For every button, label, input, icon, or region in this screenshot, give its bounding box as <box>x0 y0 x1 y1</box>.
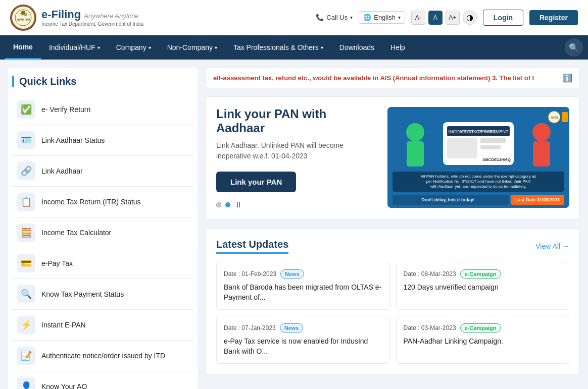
nav-noncompany-chevron-icon: ▾ <box>215 45 217 50</box>
ql-verify-return-label: e- Verify Return <box>41 105 90 114</box>
card-badge-4: e-Campaign <box>460 323 501 332</box>
card-date-2: Date : 08-Mar-2023 <box>404 270 456 277</box>
svg-rect-14 <box>447 138 477 158</box>
logo-emblem: भारत सत्यमेव जयते <box>10 5 36 31</box>
svg-point-8 <box>532 123 551 141</box>
card-badge-3: News <box>280 323 304 332</box>
search-icon: 🔍 <box>569 43 579 52</box>
marquee-bar: elf-assessment tax, refund etc., would b… <box>206 68 580 88</box>
ql-link-aadhaar-label: Link Aadhaar <box>41 167 83 175</box>
ql-epay-tax-label: e-Pay Tax <box>41 259 73 267</box>
call-us-label: Call Us <box>326 14 348 21</box>
card-meta-1: Date : 01-Feb-2023 News <box>224 269 382 279</box>
svg-rect-9 <box>533 141 550 166</box>
ql-know-your-ao-label: Know Your AO <box>41 382 87 389</box>
marquee-text: elf-assessment tax, refund etc., would b… <box>213 74 557 82</box>
header-actions: 📞 Call Us ▾ 🌐 English ▾ A- A A+ ◑ Login … <box>316 10 578 26</box>
register-button[interactable]: Register <box>529 10 578 25</box>
login-button[interactable]: Login <box>483 10 523 26</box>
card-date-4: Date : 03-Mar-2023 <box>404 324 456 331</box>
view-all-arrow-icon: → <box>562 242 569 250</box>
card-date-1: Date : 01-Feb-2023 <box>224 270 276 277</box>
logo-area: भारत सत्यमेव जयते e-Filing Anywhere Anyt… <box>10 5 143 31</box>
carousel-pause-icon[interactable]: ⏸ <box>234 200 242 209</box>
update-card-4[interactable]: Date : 03-Mar-2023 e-Campaign PAN-Aadhar… <box>396 316 570 364</box>
svg-text:All PAN holders, who do not co: All PAN holders, who do not come under t… <box>421 174 536 179</box>
ql-itr-status[interactable]: 📋 Income Tax Return (ITR) Status <box>12 187 193 217</box>
nav-company-label: Company <box>116 43 146 51</box>
ql-know-tax-payment-icon: 🔍 <box>17 285 35 303</box>
font-decrease-button[interactable]: A- <box>411 11 425 25</box>
ql-authenticate-notice[interactable]: 📝 Authenticate notice/order issued by IT… <box>12 341 193 371</box>
nav-item-home[interactable]: Home <box>5 35 41 60</box>
view-all-button[interactable]: View All → <box>535 242 569 250</box>
ql-verify-return[interactable]: ✅ e- Verify Return <box>12 94 193 125</box>
right-content: elf-assessment tax, refund etc., would b… <box>206 68 580 389</box>
card-meta-4: Date : 03-Mar-2023 e-Campaign <box>404 323 562 332</box>
nav-taxpro-label: Tax Professionals & Others <box>233 43 319 51</box>
updates-header: Latest Updates View All → <box>216 239 569 254</box>
card-meta-2: Date : 08-Mar-2023 e-Campaign <box>404 269 562 279</box>
ql-link-aadhaar-status[interactable]: 🪪 Link Aadhaar Status <box>12 125 193 156</box>
nav-downloads-label: Downloads <box>339 43 374 51</box>
quick-links-panel: Quick Links ✅ e- Verify Return 🪪 Link Aa… <box>8 68 198 389</box>
nav-individual-chevron-icon: ▾ <box>97 45 100 50</box>
banner-svg: INCOME TAX DEPARTMENT GOVT. OF INDIA ABC… <box>387 107 569 208</box>
svg-rect-28 <box>562 112 568 122</box>
marquee-info-icon[interactable]: ℹ️ <box>562 73 572 83</box>
ql-link-aadhaar-status-icon: 🪪 <box>17 131 35 149</box>
ql-instant-epan[interactable]: ⚡ Instant E-PAN <box>12 310 193 341</box>
svg-rect-15 <box>480 138 506 143</box>
ql-link-aadhaar[interactable]: 🔗 Link Aadhaar <box>12 156 193 187</box>
nav-search-button[interactable]: 🔍 <box>565 38 583 57</box>
svg-rect-16 <box>480 145 501 149</box>
carousel-dot-1[interactable] <box>216 202 221 207</box>
update-card-3[interactable]: Date : 07-Jan-2023 News e-Pay Tax servic… <box>216 316 390 364</box>
contrast-button[interactable]: ◑ <box>463 11 477 25</box>
card-meta-3: Date : 07-Jan-2023 News <box>224 323 382 332</box>
nav-item-individual-huf[interactable]: Individual/HUF ▾ <box>41 35 108 60</box>
updates-title: Latest Updates <box>216 239 288 254</box>
ql-epay-tax[interactable]: 💳 e-Pay Tax <box>12 248 193 279</box>
nav-help-label: Help <box>390 43 405 51</box>
ql-tax-calculator-label: Income Tax Calculator <box>41 229 111 237</box>
nav-home-label: Home <box>13 43 33 51</box>
org-name: Income Tax Department, Government of Ind… <box>41 21 143 27</box>
carousel-dot-2[interactable] <box>225 202 230 207</box>
update-card-2[interactable]: Date : 08-Mar-2023 e-Campaign 120 Days u… <box>396 262 570 310</box>
link-pan-button[interactable]: Link your PAN <box>216 172 296 192</box>
nav-item-company[interactable]: Company ▾ <box>108 35 159 60</box>
nav-taxpro-chevron-icon: ▾ <box>321 45 323 50</box>
ql-know-your-ao[interactable]: 👤 Know Your AO <box>12 371 193 389</box>
hero-banner: INCOME TAX DEPARTMENT GOVT. OF INDIA ABC… <box>387 107 569 208</box>
update-card-1[interactable]: Date : 01-Feb-2023 News Bank of Baroda h… <box>216 262 390 310</box>
ql-tax-calculator[interactable]: 🧮 Income Tax Calculator <box>12 217 193 248</box>
main-nav: Home Individual/HUF ▾ Company ▾ Non-Comp… <box>0 35 588 60</box>
quick-links-title: Quick Links <box>12 76 193 87</box>
svg-text:सत्यमेव जयते: सत्यमेव जयते <box>16 18 31 21</box>
ql-tax-calculator-icon: 🧮 <box>17 224 35 242</box>
font-controls: A- A A+ ◑ <box>411 11 477 25</box>
ql-verify-return-icon: ✅ <box>17 100 35 119</box>
svg-text:GOVT. OF INDIA: GOVT. OF INDIA <box>461 129 496 134</box>
card-text-4: PAN-Aadhar Linking Campaign. <box>404 337 562 347</box>
language-label: English <box>374 14 396 21</box>
font-increase-button[interactable]: A+ <box>446 11 460 25</box>
language-selector[interactable]: 🌐 English ▾ <box>359 11 405 24</box>
logo-text: e-Filing Anywhere Anytime Income Tax Dep… <box>41 8 143 27</box>
ql-know-tax-payment[interactable]: 🔍 Know Tax Payment Status <box>12 279 193 310</box>
ql-know-your-ao-icon: 👤 <box>17 377 35 389</box>
nav-company-chevron-icon: ▾ <box>149 45 151 50</box>
nav-individual-label: Individual/HUF <box>49 43 95 51</box>
nav-item-tax-professionals[interactable]: Tax Professionals & Others ▾ <box>225 35 331 60</box>
marquee-content: elf-assessment tax, refund etc., would b… <box>213 74 534 82</box>
font-normal-button[interactable]: A <box>428 11 443 25</box>
nav-item-downloads[interactable]: Downloads <box>331 35 382 60</box>
ql-itr-status-icon: 📋 <box>17 193 35 211</box>
svg-text:per Notification No. 37/2017 a: per Notification No. 37/2017 and have no… <box>426 179 531 184</box>
nav-item-help[interactable]: Help <box>382 35 413 60</box>
call-us-button[interactable]: 📞 Call Us ▾ <box>316 14 353 21</box>
card-badge-2: e-Campaign <box>460 269 501 279</box>
lang-chevron-icon: ▾ <box>398 15 401 20</box>
nav-item-non-company[interactable]: Non-Company ▾ <box>159 35 225 60</box>
